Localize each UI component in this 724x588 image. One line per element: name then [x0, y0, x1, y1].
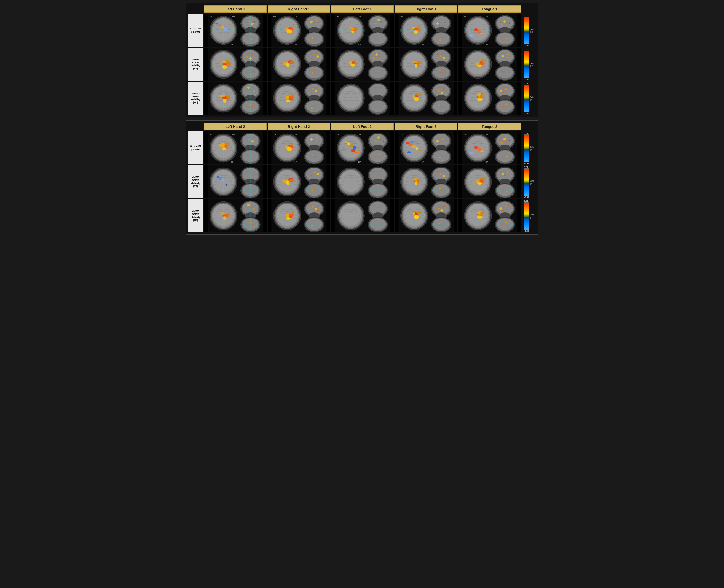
svg-point-688: [417, 178, 421, 181]
colorbar: 0.02 Beta[%] -0.02: [522, 14, 536, 47]
svg-point-583: [480, 150, 484, 152]
svg-point-514: [347, 143, 350, 145]
svg-point-287: [478, 65, 482, 67]
svg-point-703: [441, 190, 443, 191]
svg-point-595: [509, 140, 510, 141]
svg-point-76: [354, 27, 358, 30]
colorbar-top-value: 0.02: [524, 166, 528, 168]
column-headers: Left Hand 2Right Hand 2Left Foot 2Right …: [204, 123, 521, 130]
svg-point-361: [313, 105, 315, 106]
svg-text:48L: 48L: [486, 134, 489, 135]
brain-cell-0-1: 56S 42L 24P: [268, 14, 330, 47]
svg-point-560: [439, 142, 441, 143]
svg-point-159: [506, 38, 508, 39]
svg-point-582: [477, 147, 481, 151]
svg-point-451: [225, 143, 230, 146]
brain-panel: Left Hand 2Right Hand 2Left Foot 2Right …: [185, 120, 539, 235]
colorbar-bottom-value: -0.02: [524, 230, 529, 232]
svg-point-54: [310, 21, 313, 23]
svg-point-11: [224, 27, 227, 31]
row-label: MvME-SPFMstability (TD): [188, 199, 203, 232]
svg-point-513: [344, 141, 346, 143]
svg-point-450: [222, 147, 226, 150]
svg-point-53: [316, 19, 318, 21]
svg-point-483: [290, 144, 293, 146]
svg-point-647: [314, 171, 316, 173]
svg-point-549: [416, 147, 418, 150]
colorbar-mid-label: Beta[%]: [530, 28, 534, 33]
colorbar-mid-label: Beta[%]: [530, 146, 534, 151]
colorbar-wrapper: 0.02 Beta[%] -0.02: [524, 131, 534, 165]
svg-point-772: [289, 214, 295, 216]
svg-text:12P: 12P: [485, 44, 488, 45]
svg-point-409: [439, 105, 441, 106]
svg-point-324: [247, 86, 250, 89]
svg-point-75: [351, 30, 354, 33]
svg-point-352: [311, 88, 314, 90]
svg-point-687: [415, 181, 418, 185]
svg-text:42L: 42L: [295, 16, 298, 18]
svg-point-482: [286, 147, 292, 151]
svg-text:76S: 76S: [401, 16, 403, 18]
colorbar-top-value: 0.02: [524, 82, 528, 85]
svg-point-187: [252, 71, 254, 72]
colorbar-mid-label: Beta[%]: [530, 180, 534, 185]
svg-point-694: [440, 173, 442, 175]
brain-cell-1-3: [395, 48, 457, 81]
svg-point-19: [245, 19, 247, 20]
svg-point-646: [311, 175, 313, 176]
svg-point-561: [442, 138, 444, 140]
svg-point-427: [502, 92, 504, 93]
svg-text:24P: 24P: [295, 44, 297, 45]
svg-point-136: [475, 28, 478, 31]
svg-point-492: [316, 136, 318, 138]
svg-point-704: [439, 188, 441, 189]
brain-cell-2-4: [459, 199, 521, 232]
svg-text:38S: 38S: [464, 134, 467, 135]
column-header-1: Right Hand 2: [268, 123, 330, 130]
svg-point-775: [291, 211, 294, 214]
colorbar-wrapper: 0.02 Beta[%] -0.02: [524, 82, 534, 114]
svg-point-10: [221, 26, 224, 29]
svg-point-828: [438, 208, 440, 209]
svg-text:6L: 6L: [423, 134, 424, 135]
svg-point-107: [414, 30, 419, 34]
svg-point-820: [413, 212, 416, 215]
svg-point-188: [250, 74, 252, 75]
svg-point-230: [354, 59, 356, 63]
brain-cell-0-3: 76S 6L 26P: [395, 14, 457, 47]
brain-cell-2-3: [395, 82, 457, 114]
svg-text:24P: 24P: [231, 44, 234, 45]
brain-cell-0-2: 76S 4R 28P: [331, 131, 394, 165]
svg-point-693: [437, 171, 439, 172]
svg-point-648: [316, 173, 319, 175]
svg-point-245: [375, 73, 376, 74]
brain-cell-2-0: [204, 199, 267, 232]
svg-point-751: [250, 206, 252, 208]
svg-point-20: [248, 21, 250, 23]
svg-point-563: [447, 141, 449, 142]
svg-point-246: [378, 71, 380, 72]
svg-point-108: [417, 25, 420, 29]
colorbar-gradient: [524, 168, 529, 196]
colorbar-top-value: 0.02: [524, 14, 528, 17]
app-container: Left Hand 1Right Hand 1Left Foot 1Right …: [185, 3, 539, 235]
svg-point-398: [443, 88, 445, 89]
svg-point-43: [286, 29, 292, 33]
svg-point-177: [252, 54, 254, 55]
svg-point-829: [441, 209, 443, 212]
svg-point-344: [286, 96, 289, 100]
svg-point-616: [221, 180, 225, 181]
svg-point-856: [502, 210, 504, 211]
svg-point-9: [218, 24, 221, 26]
colorbar-bottom-value: -0.02: [524, 112, 529, 114]
svg-point-781: [311, 206, 314, 208]
row-label: MvME-SPFMstability (ST): [188, 48, 203, 81]
svg-point-512: [354, 151, 359, 153]
svg-point-821: [415, 215, 419, 219]
svg-point-95: [378, 36, 380, 38]
svg-point-604: [506, 156, 508, 157]
svg-point-536: [375, 156, 376, 157]
svg-point-117: [442, 21, 444, 22]
svg-point-593: [501, 142, 503, 144]
